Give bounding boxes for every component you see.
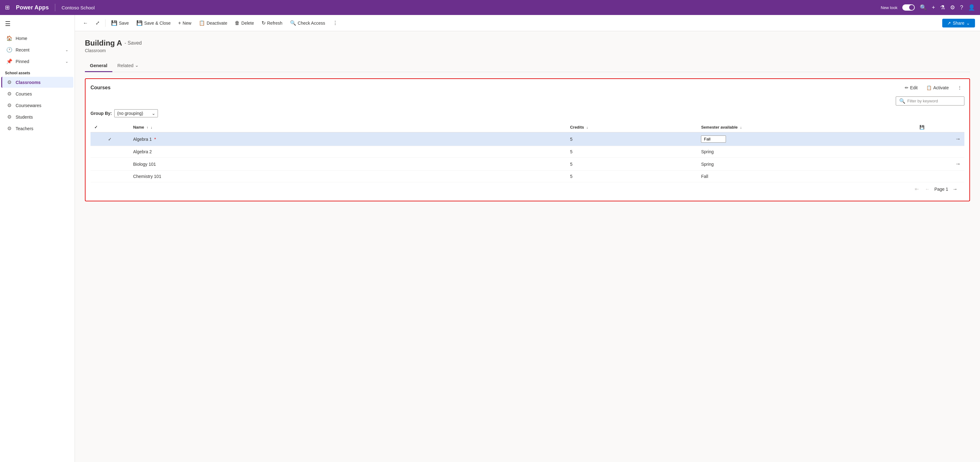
record-type: Classroom [85, 48, 970, 53]
sidebar-item-label: Home [16, 36, 68, 41]
deactivate-icon: 📋 [199, 20, 205, 26]
header-semester[interactable]: Semester available ↓ [697, 123, 916, 132]
students-icon: ⚙ [6, 114, 13, 120]
share-button[interactable]: ↗ Share ⌄ [942, 19, 975, 27]
check-icon: ✓ [108, 137, 112, 142]
save-label: Save [119, 21, 129, 25]
row-semester: Spring [697, 158, 916, 171]
row-name: Biology 101 [129, 158, 566, 171]
sidebar-item-label: Classrooms [16, 80, 68, 85]
credits-col-label: Credits [570, 125, 584, 129]
navigate-arrow-icon[interactable]: → [955, 136, 961, 142]
hamburger-button[interactable]: ☰ [0, 18, 75, 32]
new-look-label: New look [881, 5, 897, 10]
filter-input[interactable] [907, 99, 961, 104]
row-credits: 5 [566, 171, 697, 182]
user-avatar[interactable]: 👤 [968, 4, 975, 11]
page-label: Page 1 [934, 187, 948, 192]
table-row[interactable]: ✓Algebra 1 *5→ [91, 132, 964, 146]
check-access-icon: 🔍 [290, 20, 296, 26]
table-row[interactable]: Biology 1015Spring→ [91, 158, 964, 171]
refresh-icon: ↻ [261, 20, 266, 26]
delete-button[interactable]: 🗑 Delete [232, 19, 257, 27]
navigate-arrow-icon[interactable]: → [955, 161, 961, 167]
back-button[interactable]: ← [80, 19, 91, 27]
deactivate-button[interactable]: 📋 Deactivate [196, 18, 230, 27]
more-options-button[interactable]: ⋮ [329, 18, 341, 27]
saved-badge: - Saved [124, 40, 142, 46]
table-row[interactable]: Chemistry 1015Fall [91, 171, 964, 182]
courses-section: Courses ✏ Edit 📋 Activate ⋮ [85, 78, 970, 201]
header-name[interactable]: Name ↑ ↓ [129, 123, 566, 132]
open-button[interactable]: ⤢ [92, 18, 103, 27]
record-title: Building A - Saved [85, 39, 970, 48]
courses-activate-button[interactable]: 📋 Activate [924, 84, 951, 91]
settings-icon[interactable]: ⚙ [950, 4, 955, 11]
activate-icon: 📋 [926, 85, 932, 90]
refresh-button[interactable]: ↻ Refresh [258, 18, 286, 27]
new-look-toggle[interactable] [902, 4, 915, 11]
group-by-select[interactable]: (no grouping) [114, 109, 158, 117]
sidebar-item-coursewares[interactable]: ⚙ Coursewares [1, 100, 73, 111]
sidebar: ☰ 🏠 Home 🕐 Recent ⌄ 📌 Pinned ⌄ School as… [0, 15, 75, 462]
semester-sort-icon: ↓ [740, 126, 742, 129]
sidebar-item-home[interactable]: 🏠 Home [1, 33, 73, 44]
toolbar-separator [105, 19, 105, 27]
main-layout: ☰ 🏠 Home 🕐 Recent ⌄ 📌 Pinned ⌄ School as… [0, 15, 980, 462]
row-check[interactable] [91, 171, 129, 182]
required-star-icon: * [153, 137, 156, 142]
row-check[interactable] [91, 146, 129, 158]
sidebar-item-courses[interactable]: ⚙ Courses [1, 88, 73, 99]
more-icon: ⋮ [333, 20, 338, 26]
table-row[interactable]: Algebra 25Spring [91, 146, 964, 158]
courses-actions: ✏ Edit 📋 Activate ⋮ [902, 84, 964, 91]
add-icon[interactable]: + [932, 4, 935, 11]
first-page-button[interactable]: ⇤ [913, 185, 921, 193]
delete-icon: 🗑 [235, 20, 240, 26]
home-icon: 🏠 [6, 35, 13, 41]
sidebar-item-students[interactable]: ⚙ Students [1, 112, 73, 123]
tab-general[interactable]: General [85, 60, 112, 72]
share-chevron-icon: ⌄ [966, 21, 970, 25]
toolbar: ← ⤢ 💾 Save 💾 Save & Close + New 📋 Deacti… [75, 15, 980, 31]
group-by-label: Group By: [91, 111, 112, 116]
tab-general-label: General [90, 63, 107, 68]
chevron-down-icon: ⌄ [65, 59, 68, 64]
header-check[interactable]: ✓ [91, 123, 129, 132]
check-access-button[interactable]: 🔍 Check Access [287, 18, 328, 27]
row-semester[interactable] [697, 132, 916, 146]
tabs: General Related ⌄ [85, 59, 970, 72]
refresh-label: Refresh [267, 21, 282, 25]
sidebar-item-pinned[interactable]: 📌 Pinned ⌄ [1, 56, 73, 67]
row-check[interactable] [91, 158, 129, 171]
waffle-icon[interactable]: ⊞ [5, 4, 10, 11]
save-col-icon: 💾 [920, 125, 924, 129]
sidebar-item-label: Recent [16, 48, 62, 53]
filter-icon[interactable]: ⚗ [940, 4, 945, 11]
row-check[interactable]: ✓ [91, 132, 129, 146]
save-icon: 💾 [111, 20, 117, 26]
new-button[interactable]: + New [175, 19, 194, 27]
header-credits[interactable]: Credits ↓ [566, 123, 697, 132]
semester-edit-input[interactable] [701, 135, 726, 143]
row-credits: 5 [566, 158, 697, 171]
sidebar-item-recent[interactable]: 🕐 Recent ⌄ [1, 44, 73, 55]
save-close-button[interactable]: 💾 Save & Close [133, 18, 174, 27]
courses-edit-button[interactable]: ✏ Edit [902, 84, 920, 91]
prev-page-button[interactable]: ← [923, 185, 932, 193]
courses-more-button[interactable]: ⋮ [955, 84, 964, 91]
tab-related[interactable]: Related ⌄ [112, 59, 144, 72]
save-close-label: Save & Close [144, 21, 171, 25]
help-icon[interactable]: ? [960, 4, 963, 11]
coursewares-icon: ⚙ [6, 102, 13, 108]
top-nav-right: New look 🔍 + ⚗ ⚙ ? 👤 [881, 4, 975, 11]
courses-header: Courses ✏ Edit 📋 Activate ⋮ [91, 84, 964, 91]
search-icon[interactable]: 🔍 [920, 4, 927, 11]
next-page-button[interactable]: → [951, 185, 959, 193]
sidebar-item-teachers[interactable]: ⚙ Teachers [1, 123, 73, 134]
open-icon: ⤢ [95, 20, 100, 26]
courses-more-icon: ⋮ [958, 85, 962, 90]
save-button[interactable]: 💾 Save [108, 18, 132, 27]
sidebar-item-classrooms[interactable]: ⚙ Classrooms [1, 77, 73, 88]
row-name: Algebra 1 * [129, 132, 566, 146]
